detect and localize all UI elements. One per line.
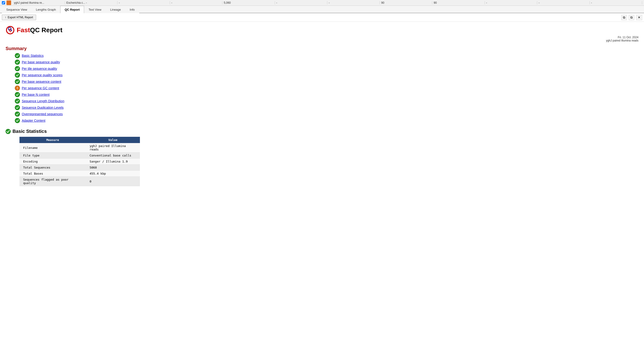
status-icon-per-tile-sequence-quality (15, 66, 20, 71)
summary-link-per-base-n-content[interactable]: Per base N content (22, 93, 50, 97)
date-info: Fri. 11 Oct. 2024 yghJ paired Illumina r… (6, 36, 638, 42)
summary-item-per-sequence-quality-scores: Per sequence quality scores (15, 73, 638, 78)
summary-link-per-tile-sequence-quality[interactable]: Per tile sequence quality (22, 67, 57, 71)
summary-item-per-tile-sequence-quality: Per tile sequence quality (15, 66, 638, 71)
summary-list: Basic StatisticsPer base sequence qualit… (15, 53, 638, 123)
stats-row: File typeConventional base calls (20, 153, 140, 159)
export-html-report-button[interactable]: ↑ Export HTML Report (2, 15, 36, 20)
fastqc-logo-svg: Q (6, 26, 15, 35)
report-filename: yghJ paired Illumina reads (6, 39, 638, 42)
measure-cell: File type (20, 153, 86, 159)
status-icon-overrepresented-sequences (15, 112, 20, 117)
basic-stats-status-icon (6, 129, 11, 134)
fastqc-header: Q FastQC Report (6, 26, 638, 35)
stats-row: EncodingSanger / Illumina 1.9 (20, 159, 140, 165)
status-icon-per-base-sequence-quality (15, 60, 20, 65)
tabs-bar: Sequence View Lengths Graph QC Report Te… (0, 6, 644, 13)
tab-lineage[interactable]: Lineage (106, 6, 125, 13)
basic-statistics-table: Measure Value FilenameyghJ paired Illumi… (20, 137, 140, 186)
col-count: 5,060 (222, 1, 275, 5)
value-header: Value (86, 137, 140, 143)
summary-link-per-sequence-gc-content[interactable]: Per sequence GC content (22, 86, 59, 90)
col-organism: Escherichia c... - (65, 1, 118, 5)
summary-title: Summary (6, 46, 638, 51)
fastqc-logo: Q (6, 26, 15, 35)
top-bar: yghJ paired Illumina re... Escherichia c… (0, 0, 644, 6)
tab-lengths-graph[interactable]: Lengths Graph (32, 6, 60, 13)
title-prefix: Fast (17, 27, 30, 34)
export-icon: ↑ (5, 16, 6, 19)
tab-info[interactable]: Info (125, 6, 139, 13)
main-content: Q FastQC Report Fri. 11 Oct. 2024 yghJ p… (0, 22, 644, 190)
value-cell: 5060 (86, 165, 140, 171)
measure-cell: Encoding (20, 159, 86, 165)
col-7: - (327, 1, 380, 5)
summary-link-adapter-content[interactable]: Adapter Content (22, 119, 46, 122)
col-10: - (485, 1, 538, 5)
status-icon-adapter-content (15, 118, 20, 123)
status-icon-basic-statistics (15, 53, 20, 58)
col-3: - (118, 1, 170, 5)
value-cell: Sanger / Illumina 1.9 (86, 159, 140, 165)
stats-row: Total Bases455.4 kbp (20, 171, 140, 177)
value-cell: 0 (86, 177, 140, 186)
col-4: - (170, 1, 222, 5)
summary-item-per-base-sequence-quality: Per base sequence quality (15, 60, 638, 65)
value-cell: 455.4 kbp (86, 171, 140, 177)
summary-link-sequence-length-distribution[interactable]: Sequence Length Distribution (22, 99, 64, 103)
stats-row: Total Sequences5060 (20, 165, 140, 171)
tab-qc-report[interactable]: QC Report (60, 6, 84, 13)
export-label: Export HTML Report (8, 16, 33, 19)
summary-link-basic-statistics[interactable]: Basic Statistics (22, 54, 44, 58)
fastqc-title: FastQC Report (17, 27, 62, 34)
col-90b: 90 (432, 1, 485, 5)
measure-cell: Total Sequences (20, 165, 86, 171)
toolbar: ↑ Export HTML Report ⧉ ⧉ ✕ (0, 13, 644, 22)
col-11: - (537, 1, 590, 5)
value-cell: Conventional base calls (86, 153, 140, 159)
summary-link-overrepresented-sequences[interactable]: Overrepresented sequences (22, 112, 63, 116)
status-icon-sequence-length-distribution (15, 99, 20, 104)
col-12: - (590, 1, 642, 5)
row-checkbox[interactable] (2, 1, 5, 5)
measure-cell: Filename (20, 143, 86, 153)
window-copy-button[interactable]: ⧉ (629, 15, 634, 20)
summary-item-sequence-length-distribution: Sequence Length Distribution (15, 99, 638, 104)
toolbar-right-icons: ⧉ ⧉ ✕ (621, 15, 642, 20)
tab-sequence-view[interactable]: Sequence View (2, 6, 32, 13)
summary-item-sequence-duplication-levels: Sequence Duplication Levels (15, 105, 638, 110)
file-type-icon (6, 1, 11, 5)
summary-item-adapter-content: Adapter Content (15, 118, 638, 123)
basic-stats-title: Basic Statistics (12, 129, 47, 134)
status-icon-per-sequence-quality-scores (15, 73, 20, 78)
summary-link-per-sequence-quality-scores[interactable]: Per sequence quality scores (22, 73, 62, 77)
status-icon-per-sequence-gc-content: ! (15, 86, 20, 91)
measure-cell: Total Bases (20, 171, 86, 177)
status-icon-sequence-duplication-levels (15, 105, 20, 110)
stats-row: FilenameyghJ paired Illumina reads (20, 143, 140, 153)
top-bar-columns: yghJ paired Illumina re... Escherichia c… (12, 1, 642, 5)
window-restore-button[interactable]: ⧉ (621, 15, 627, 20)
pass-checkmark-svg (6, 129, 10, 134)
summary-item-overrepresented-sequences: Overrepresented sequences (15, 112, 638, 117)
col-6: - (275, 1, 328, 5)
window-close-button[interactable]: ✕ (636, 15, 642, 20)
status-icon-per-base-sequence-content (15, 79, 20, 84)
stats-row: Sequences flagged as poor quality0 (20, 177, 140, 186)
summary-item-per-base-sequence-content: Per base sequence content (15, 79, 638, 84)
stats-section-header: Basic Statistics (6, 129, 638, 134)
col-90a: 90 (380, 1, 432, 5)
status-icon-per-base-n-content (15, 92, 20, 97)
summary-item-per-sequence-gc-content: !Per sequence GC content (15, 86, 638, 91)
tab-text-view[interactable]: Text View (84, 6, 106, 13)
summary-item-per-base-n-content: Per base N content (15, 92, 638, 97)
value-cell: yghJ paired Illumina reads (86, 143, 140, 153)
basic-statistics-section: Basic Statistics Measure Value Filenamey… (6, 129, 638, 186)
summary-item-basic-statistics: Basic Statistics (15, 53, 638, 58)
report-date: Fri. 11 Oct. 2024 (6, 36, 638, 39)
measure-cell: Sequences flagged as poor quality (20, 177, 86, 186)
summary-link-sequence-duplication-levels[interactable]: Sequence Duplication Levels (22, 106, 64, 109)
measure-header: Measure (20, 137, 86, 143)
summary-link-per-base-sequence-content[interactable]: Per base sequence content (22, 80, 61, 84)
summary-link-per-base-sequence-quality[interactable]: Per base sequence quality (22, 60, 60, 64)
